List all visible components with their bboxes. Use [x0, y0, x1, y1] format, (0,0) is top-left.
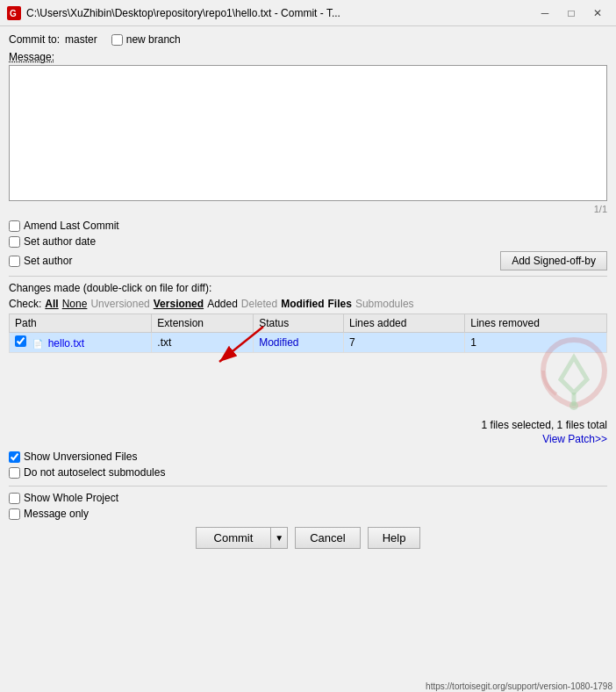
- file-status-text: 1 files selected, 1 files total: [482, 419, 607, 431]
- set-author-checkbox-row: Set author: [9, 255, 72, 267]
- title-bar: G C:\Users\XuZhibin\Desktop\repository\r…: [0, 0, 616, 26]
- file-status-row: 1 files selected, 1 files total: [9, 419, 607, 431]
- col-lines-added: Lines added: [344, 314, 465, 333]
- view-patch-link[interactable]: View Patch>>: [542, 433, 607, 445]
- divider-1: [9, 276, 607, 277]
- filter-added[interactable]: Added: [207, 298, 238, 310]
- git-logo-watermark: [530, 331, 600, 401]
- no-autoselect-row: Do not autoselect submodules: [9, 466, 607, 479]
- main-content: Commit to: master new branch Message: 1/…: [0, 26, 616, 556]
- project-options-section: Show Whole Project Message only: [9, 492, 607, 520]
- message-only-checkbox[interactable]: [9, 508, 20, 520]
- cancel-button[interactable]: Cancel: [295, 527, 360, 549]
- changes-section-title: Changes made (double-click on file for d…: [9, 282, 607, 294]
- commit-button-group: Commit ▼: [196, 527, 289, 549]
- filter-submodules[interactable]: Submodules: [355, 298, 414, 310]
- set-author-label[interactable]: Set author: [24, 255, 72, 267]
- cell-status: Modified: [254, 333, 344, 353]
- cell-lines-added: 7: [344, 333, 465, 353]
- status-bar-url: https://tortoisegit.org/support/version-…: [422, 681, 616, 692]
- show-whole-project-label[interactable]: Show Whole Project: [24, 492, 118, 504]
- col-status: Status: [254, 314, 344, 333]
- divider-2: [9, 486, 607, 487]
- amend-checkbox[interactable]: [9, 220, 20, 232]
- check-label: Check:: [9, 298, 41, 310]
- filter-modified[interactable]: Modified: [281, 298, 324, 310]
- commit-to-row: Commit to: master new branch: [9, 33, 607, 46]
- file-checkbox[interactable]: [15, 335, 26, 347]
- filter-none[interactable]: None: [62, 298, 88, 310]
- set-author-row: Set author Add Signed-off-by: [9, 251, 607, 270]
- bottom-options-section: Show Unversioned Files Do not autoselect…: [9, 451, 607, 479]
- col-lines-removed: Lines removed: [465, 314, 607, 333]
- message-counter: 1/1: [9, 204, 607, 214]
- show-whole-project-row: Show Whole Project: [9, 492, 607, 504]
- files-table: Path Extension Status Lines added Lines …: [9, 314, 607, 353]
- svg-point-2: [569, 401, 578, 410]
- svg-text:G: G: [10, 9, 17, 18]
- minimize-button[interactable]: ─: [534, 4, 556, 22]
- check-filter-row: Check: All None Unversioned Versioned Ad…: [9, 298, 607, 310]
- set-author-checkbox[interactable]: [9, 256, 20, 267]
- show-unversioned-checkbox[interactable]: [9, 451, 20, 463]
- show-unversioned-row: Show Unversioned Files: [9, 451, 607, 463]
- help-button[interactable]: Help: [368, 527, 421, 549]
- branch-value: master: [65, 33, 97, 46]
- show-unversioned-label[interactable]: Show Unversioned Files: [24, 451, 137, 463]
- cell-path: 📄 hello.txt: [10, 333, 152, 353]
- table-header: Path Extension Status Lines added Lines …: [10, 314, 607, 333]
- amend-label[interactable]: Amend Last Commit: [24, 220, 119, 232]
- col-path: Path: [10, 314, 152, 333]
- no-autoselect-label[interactable]: Do not autoselect submodules: [24, 466, 165, 479]
- cell-extension: .txt: [152, 333, 254, 353]
- file-icon: 📄: [32, 339, 43, 349]
- commit-dropdown-button[interactable]: ▼: [271, 527, 288, 549]
- new-branch-checkbox-label[interactable]: new branch: [111, 33, 181, 46]
- set-author-date-label[interactable]: Set author date: [24, 235, 96, 248]
- app-icon: G: [7, 6, 21, 20]
- table-body: 📄 hello.txt .txt Modified 7 1: [10, 333, 607, 353]
- amend-checkbox-row: Amend Last Commit: [9, 220, 607, 232]
- commit-button[interactable]: Commit: [196, 527, 272, 549]
- no-autoselect-checkbox[interactable]: [9, 467, 20, 479]
- message-only-label[interactable]: Message only: [24, 508, 89, 520]
- close-button[interactable]: ✕: [586, 4, 609, 22]
- col-extension: Extension: [152, 314, 254, 333]
- files-table-wrapper: Path Extension Status Lines added Lines …: [9, 314, 607, 419]
- restore-button[interactable]: □: [560, 4, 583, 22]
- show-whole-project-checkbox[interactable]: [9, 493, 20, 504]
- checkboxes-section: Amend Last Commit Set author date Set au…: [9, 220, 607, 270]
- message-input[interactable]: [9, 65, 607, 201]
- set-author-date-row: Set author date: [9, 235, 607, 248]
- filter-unversioned[interactable]: Unversioned: [90, 298, 149, 310]
- filter-deleted[interactable]: Deleted: [241, 298, 277, 310]
- filter-files[interactable]: Files: [328, 298, 352, 310]
- table-row[interactable]: 📄 hello.txt .txt Modified 7 1: [10, 333, 607, 353]
- window-controls: ─ □ ✕: [534, 4, 609, 22]
- file-link[interactable]: hello.txt: [48, 337, 84, 350]
- new-branch-label: new branch: [126, 33, 181, 46]
- message-only-row: Message only: [9, 508, 607, 520]
- filter-versioned[interactable]: Versioned: [154, 298, 204, 310]
- view-patch-row: View Patch>>: [9, 433, 607, 445]
- commit-to-label: Commit to:: [9, 33, 60, 46]
- set-author-date-checkbox[interactable]: [9, 236, 20, 248]
- new-branch-checkbox[interactable]: [111, 34, 123, 46]
- filter-all[interactable]: All: [45, 298, 58, 310]
- message-label: Message:: [9, 51, 607, 63]
- add-signed-off-button[interactable]: Add Signed-off-by: [500, 251, 607, 270]
- window-title: C:\Users\XuZhibin\Desktop\repository\rep…: [26, 7, 534, 19]
- action-buttons: Commit ▼ Cancel Help: [9, 527, 607, 549]
